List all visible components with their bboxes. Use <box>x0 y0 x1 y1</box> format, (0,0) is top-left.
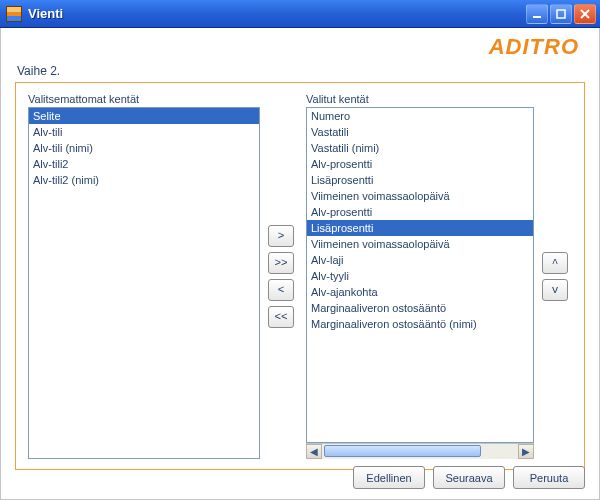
list-item[interactable]: Alv-prosentti <box>307 156 533 172</box>
scroll-right-icon[interactable]: ▶ <box>518 444 534 459</box>
unselected-label: Valitsemattomat kentät <box>28 93 260 105</box>
window-title: Vienti <box>28 6 524 21</box>
dialog-buttons: Edellinen Seuraava Peruuta <box>353 466 585 489</box>
app-icon <box>6 6 22 22</box>
previous-button[interactable]: Edellinen <box>353 466 425 489</box>
selected-listbox[interactable]: NumeroVastatiliVastatili (nimi)Alv-prose… <box>306 107 534 443</box>
scroll-thumb[interactable] <box>324 445 481 457</box>
brand-logo: ADITRO <box>489 34 579 60</box>
cancel-button[interactable]: Peruuta <box>513 466 585 489</box>
next-button[interactable]: Seuraava <box>433 466 505 489</box>
maximize-icon <box>556 9 566 19</box>
move-up-button[interactable]: ^ <box>542 252 568 274</box>
list-item[interactable]: Marginaaliveron ostosääntö (nimi) <box>307 316 533 332</box>
move-down-button[interactable]: v <box>542 279 568 301</box>
selected-label: Valitut kentät <box>306 93 534 105</box>
list-item[interactable]: Marginaaliveron ostosääntö <box>307 300 533 316</box>
minimize-icon <box>532 9 542 19</box>
add-button[interactable]: > <box>268 225 294 247</box>
list-item[interactable]: Alv-prosentti <box>307 204 533 220</box>
list-item[interactable]: Lisäprosentti <box>307 172 533 188</box>
selected-column: Valitut kentät NumeroVastatiliVastatili … <box>306 93 534 459</box>
order-column: ^ v <box>542 93 572 459</box>
window-maximize-button[interactable] <box>550 4 572 24</box>
title-bar: Vienti <box>0 0 600 28</box>
remove-button[interactable]: < <box>268 279 294 301</box>
list-item[interactable]: Alv-tyyli <box>307 268 533 284</box>
svg-rect-1 <box>557 10 565 18</box>
close-icon <box>580 9 590 19</box>
list-item[interactable]: Alv-laji <box>307 252 533 268</box>
content-frame: Valitsemattomat kentät SeliteAlv-tiliAlv… <box>15 82 585 470</box>
step-label: Vaihe 2. <box>17 64 585 78</box>
list-item[interactable]: Vastatili (nimi) <box>307 140 533 156</box>
window-minimize-button[interactable] <box>526 4 548 24</box>
add-all-button[interactable]: >> <box>268 252 294 274</box>
window-body: ADITRO Vaihe 2. Valitsemattomat kentät S… <box>0 28 600 500</box>
list-item[interactable]: Alv-tili2 <box>29 156 259 172</box>
list-item[interactable]: Numero <box>307 108 533 124</box>
list-item[interactable]: Alv-tili (nimi) <box>29 140 259 156</box>
svg-rect-0 <box>533 16 541 18</box>
list-item[interactable]: Alv-ajankohta <box>307 284 533 300</box>
unselected-column: Valitsemattomat kentät SeliteAlv-tiliAlv… <box>28 93 260 459</box>
unselected-listbox[interactable]: SeliteAlv-tiliAlv-tili (nimi)Alv-tili2Al… <box>28 107 260 459</box>
selected-list-hscrollbar[interactable]: ◀ ▶ <box>306 443 534 459</box>
list-item[interactable]: Selite <box>29 108 259 124</box>
remove-all-button[interactable]: << <box>268 306 294 328</box>
scroll-track[interactable] <box>322 444 518 459</box>
mover-column: > >> < << <box>268 93 298 459</box>
list-item[interactable]: Alv-tili2 (nimi) <box>29 172 259 188</box>
list-item[interactable]: Alv-tili <box>29 124 259 140</box>
list-item[interactable]: Viimeinen voimassaolopäivä <box>307 188 533 204</box>
list-item[interactable]: Vastatili <box>307 124 533 140</box>
list-item[interactable]: Viimeinen voimassaolopäivä <box>307 236 533 252</box>
window-close-button[interactable] <box>574 4 596 24</box>
scroll-left-icon[interactable]: ◀ <box>306 444 322 459</box>
list-item[interactable]: Lisäprosentti <box>307 220 533 236</box>
